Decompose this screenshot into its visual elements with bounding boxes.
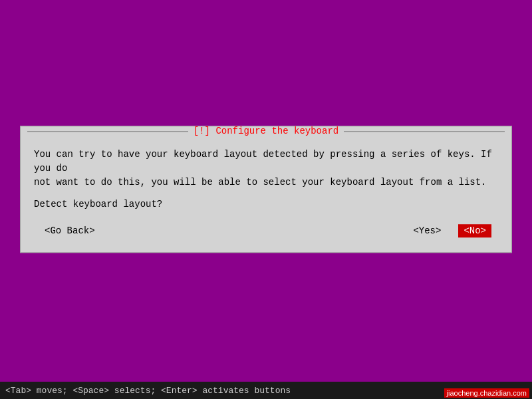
dialog-title-bar: [!] Configure the keyboard [21,126,511,136]
configure-keyboard-dialog: [!] Configure the keyboard You can try t… [20,126,512,253]
status-bar-text: <Tab> moves; <Space> selects; <Enter> ac… [5,386,291,396]
message-line1: You can try to have your keyboard layout… [34,149,492,174]
dialog-title: [!] Configure the keyboard [188,126,344,136]
go-back-button[interactable]: <Go Back> [41,224,99,237]
right-buttons: <Yes> <No> [409,224,491,237]
dialog-body: You can try to have your keyboard layout… [21,137,511,252]
no-button[interactable]: <No> [458,224,491,237]
dialog-buttons: <Go Back> <Yes> <No> [34,220,498,241]
dialog-message: You can try to have your keyboard layout… [34,148,498,190]
title-line-right [344,131,505,132]
dialog-question: Detect keyboard layout? [34,199,498,209]
watermark: jiaocheng.chazidian.com [444,388,529,398]
yes-button[interactable]: <Yes> [409,224,445,237]
message-line2: not want to do this, you will be able to… [34,177,487,188]
title-line-left [27,131,188,132]
